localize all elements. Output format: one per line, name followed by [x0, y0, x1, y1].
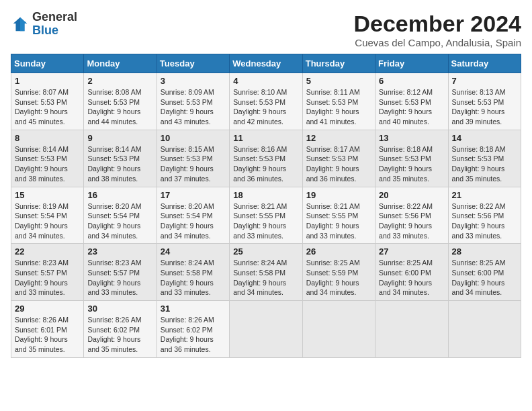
day-number: 10 — [161, 133, 226, 143]
day-info: Sunrise: 8:09 AM Sunset: 5:53 PM Dayligh… — [161, 87, 226, 127]
calendar-cell: 17 Sunrise: 8:20 AM Sunset: 5:54 PM Dayl… — [157, 187, 229, 244]
calendar-cell: 19 Sunrise: 8:21 AM Sunset: 5:55 PM Dayl… — [302, 187, 375, 244]
day-info: Sunrise: 8:26 AM Sunset: 6:02 PM Dayligh… — [161, 315, 226, 355]
day-number: 12 — [306, 133, 371, 143]
calendar-cell: 11 Sunrise: 8:16 AM Sunset: 5:53 PM Dayl… — [230, 130, 302, 187]
day-number: 29 — [15, 304, 80, 314]
day-info: Sunrise: 8:25 AM Sunset: 5:59 PM Dayligh… — [306, 258, 371, 298]
day-number: 19 — [306, 190, 371, 200]
logo-icon — [11, 15, 30, 34]
calendar-cell: 2 Sunrise: 8:08 AM Sunset: 5:53 PM Dayli… — [84, 73, 157, 130]
header: General Blue December 2024 Cuevas del Ca… — [11, 11, 521, 48]
header-tuesday: Tuesday — [157, 54, 229, 73]
day-number: 4 — [233, 76, 298, 86]
day-number: 1 — [15, 76, 80, 86]
calendar-table: Sunday Monday Tuesday Wednesday Thursday… — [11, 54, 521, 358]
day-info: Sunrise: 8:20 AM Sunset: 5:54 PM Dayligh… — [161, 201, 226, 241]
calendar-cell: 13 Sunrise: 8:18 AM Sunset: 5:53 PM Dayl… — [375, 130, 448, 187]
day-info: Sunrise: 8:11 AM Sunset: 5:53 PM Dayligh… — [306, 87, 371, 127]
days-header-row: Sunday Monday Tuesday Wednesday Thursday… — [11, 54, 521, 73]
day-info: Sunrise: 8:18 AM Sunset: 5:53 PM Dayligh… — [452, 144, 517, 184]
day-number: 20 — [379, 190, 444, 200]
calendar-cell: 9 Sunrise: 8:14 AM Sunset: 5:53 PM Dayli… — [84, 130, 157, 187]
calendar-cell: 25 Sunrise: 8:24 AM Sunset: 5:58 PM Dayl… — [230, 244, 302, 301]
calendar-cell: 15 Sunrise: 8:19 AM Sunset: 5:54 PM Dayl… — [11, 187, 84, 244]
day-info: Sunrise: 8:18 AM Sunset: 5:53 PM Dayligh… — [379, 144, 444, 184]
day-info: Sunrise: 8:23 AM Sunset: 5:57 PM Dayligh… — [87, 258, 152, 298]
day-info: Sunrise: 8:25 AM Sunset: 6:00 PM Dayligh… — [452, 258, 517, 298]
calendar-cell: 23 Sunrise: 8:23 AM Sunset: 5:57 PM Dayl… — [84, 244, 157, 301]
day-info: Sunrise: 8:17 AM Sunset: 5:53 PM Dayligh… — [306, 144, 371, 184]
day-info: Sunrise: 8:22 AM Sunset: 5:56 PM Dayligh… — [452, 201, 517, 241]
day-number: 26 — [306, 246, 371, 257]
logo-text: General Blue — [32, 11, 77, 38]
day-number: 13 — [379, 133, 444, 143]
day-number: 17 — [161, 190, 226, 200]
day-info: Sunrise: 8:16 AM Sunset: 5:53 PM Dayligh… — [233, 144, 298, 184]
calendar-cell: 6 Sunrise: 8:12 AM Sunset: 5:53 PM Dayli… — [375, 73, 448, 130]
day-number: 30 — [87, 304, 152, 314]
day-number: 18 — [233, 190, 298, 200]
calendar-cell: 21 Sunrise: 8:22 AM Sunset: 5:56 PM Dayl… — [448, 187, 521, 244]
day-number: 2 — [87, 76, 152, 86]
logo: General Blue — [11, 11, 77, 38]
day-number: 21 — [452, 190, 517, 200]
day-info: Sunrise: 8:26 AM Sunset: 6:01 PM Dayligh… — [15, 315, 80, 355]
day-number: 24 — [161, 246, 226, 257]
calendar-cell: 29 Sunrise: 8:26 AM Sunset: 6:01 PM Dayl… — [11, 301, 84, 358]
calendar-cell: 7 Sunrise: 8:13 AM Sunset: 5:53 PM Dayli… — [448, 73, 521, 130]
calendar-cell: 24 Sunrise: 8:24 AM Sunset: 5:58 PM Dayl… — [157, 244, 229, 301]
calendar-cell: 27 Sunrise: 8:25 AM Sunset: 6:00 PM Dayl… — [375, 244, 448, 301]
day-number: 3 — [161, 76, 226, 86]
calendar-cell: 10 Sunrise: 8:15 AM Sunset: 5:53 PM Dayl… — [157, 130, 229, 187]
day-info: Sunrise: 8:26 AM Sunset: 6:02 PM Dayligh… — [87, 315, 152, 355]
calendar-cell: 8 Sunrise: 8:14 AM Sunset: 5:53 PM Dayli… — [11, 130, 84, 187]
day-number: 14 — [452, 133, 517, 143]
day-info: Sunrise: 8:21 AM Sunset: 5:55 PM Dayligh… — [233, 201, 298, 241]
day-number: 9 — [87, 133, 152, 143]
calendar-cell: 22 Sunrise: 8:23 AM Sunset: 5:57 PM Dayl… — [11, 244, 84, 301]
calendar-cell: 5 Sunrise: 8:11 AM Sunset: 5:53 PM Dayli… — [302, 73, 375, 130]
calendar-cell: 26 Sunrise: 8:25 AM Sunset: 5:59 PM Dayl… — [302, 244, 375, 301]
day-number: 11 — [233, 133, 298, 143]
day-info: Sunrise: 8:20 AM Sunset: 5:54 PM Dayligh… — [87, 201, 152, 241]
title-block: December 2024 Cuevas del Campo, Andalusi… — [353, 11, 521, 48]
calendar-cell: 30 Sunrise: 8:26 AM Sunset: 6:02 PM Dayl… — [84, 301, 157, 358]
day-number: 16 — [87, 190, 152, 200]
day-number: 15 — [15, 190, 80, 200]
day-number: 27 — [379, 246, 444, 257]
header-sunday: Sunday — [11, 54, 84, 73]
calendar-cell: 28 Sunrise: 8:25 AM Sunset: 6:00 PM Dayl… — [448, 244, 521, 301]
day-info: Sunrise: 8:12 AM Sunset: 5:53 PM Dayligh… — [379, 87, 444, 127]
calendar-cell: 3 Sunrise: 8:09 AM Sunset: 5:53 PM Dayli… — [157, 73, 229, 130]
day-info: Sunrise: 8:25 AM Sunset: 6:00 PM Dayligh… — [379, 258, 444, 298]
month-year: December 2024 — [353, 11, 521, 37]
day-number: 8 — [15, 133, 80, 143]
week-row-5: 29 Sunrise: 8:26 AM Sunset: 6:01 PM Dayl… — [11, 301, 521, 358]
day-number: 6 — [379, 76, 444, 86]
calendar-cell — [375, 301, 448, 358]
day-info: Sunrise: 8:08 AM Sunset: 5:53 PM Dayligh… — [87, 87, 152, 127]
calendar-cell: 4 Sunrise: 8:10 AM Sunset: 5:53 PM Dayli… — [230, 73, 302, 130]
day-number: 22 — [15, 246, 80, 257]
header-monday: Monday — [84, 54, 157, 73]
week-row-1: 1 Sunrise: 8:07 AM Sunset: 5:53 PM Dayli… — [11, 73, 521, 130]
header-thursday: Thursday — [302, 54, 375, 73]
day-number: 28 — [452, 246, 517, 257]
day-number: 25 — [233, 246, 298, 257]
day-number: 31 — [161, 304, 226, 314]
calendar-cell — [230, 301, 302, 358]
location: Cuevas del Campo, Andalusia, Spain — [353, 37, 521, 48]
header-saturday: Saturday — [448, 54, 521, 73]
day-info: Sunrise: 8:22 AM Sunset: 5:56 PM Dayligh… — [379, 201, 444, 241]
day-number: 7 — [452, 76, 517, 86]
calendar-cell: 1 Sunrise: 8:07 AM Sunset: 5:53 PM Dayli… — [11, 73, 84, 130]
day-info: Sunrise: 8:07 AM Sunset: 5:53 PM Dayligh… — [15, 87, 80, 127]
calendar-cell — [448, 301, 521, 358]
logo-blue-text: Blue — [32, 24, 58, 37]
day-info: Sunrise: 8:19 AM Sunset: 5:54 PM Dayligh… — [15, 201, 80, 241]
day-info: Sunrise: 8:13 AM Sunset: 5:53 PM Dayligh… — [452, 87, 517, 127]
day-info: Sunrise: 8:14 AM Sunset: 5:53 PM Dayligh… — [15, 144, 80, 184]
day-info: Sunrise: 8:24 AM Sunset: 5:58 PM Dayligh… — [233, 258, 298, 298]
calendar-cell — [302, 301, 375, 358]
